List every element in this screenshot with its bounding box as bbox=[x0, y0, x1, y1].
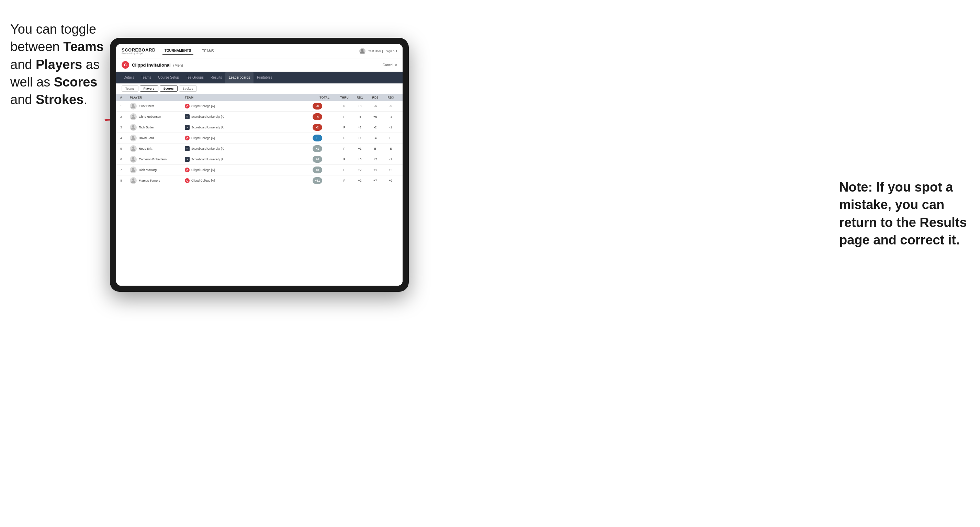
tabs-bar: Details Teams Course Setup Tee Groups Re… bbox=[116, 72, 402, 83]
filter-teams[interactable]: Teams bbox=[122, 86, 138, 92]
rd1: -5 bbox=[352, 115, 368, 119]
svg-point-3 bbox=[132, 115, 134, 117]
table-row: 4 David Ford C Clippd College [A] E F +1… bbox=[116, 133, 402, 143]
rd3: +6 bbox=[383, 168, 398, 171]
score-badge: +6 bbox=[313, 156, 322, 163]
player-name: Cameron Robertson bbox=[139, 157, 167, 161]
tournament-name: Clippd Invitational (Men) bbox=[132, 62, 183, 68]
thru: F bbox=[337, 157, 352, 161]
team-logo-c: C bbox=[185, 168, 189, 172]
player-avatar bbox=[130, 145, 137, 152]
score-badge: -8 bbox=[313, 103, 322, 110]
score-badge: -2 bbox=[313, 124, 322, 131]
table-row: 5 Rees Britt S Scoreboard University [A]… bbox=[116, 143, 402, 154]
player-name: David Ford bbox=[139, 136, 154, 140]
sign-out-link[interactable]: Sign out bbox=[386, 49, 397, 53]
table-row: 8 Marcus Turners C Clippd College [A] +1… bbox=[116, 175, 402, 186]
tab-leaderboards[interactable]: Leaderboards bbox=[225, 72, 253, 83]
team-cell: S Scoreboard University [A] bbox=[185, 157, 313, 162]
user-icon bbox=[359, 48, 366, 54]
filter-players[interactable]: Players bbox=[140, 86, 158, 92]
rank: 6 bbox=[120, 157, 130, 161]
team-name: Clippd College [A] bbox=[191, 136, 215, 140]
player-name-cell: Marcus Turners bbox=[130, 177, 185, 184]
thru: F bbox=[337, 115, 352, 119]
player-name: Blair McHarg bbox=[139, 168, 157, 171]
rd2: +2 bbox=[368, 157, 383, 161]
rd3: -1 bbox=[383, 125, 398, 129]
tab-course-setup[interactable]: Course Setup bbox=[154, 72, 182, 83]
total-score: +8 bbox=[313, 167, 337, 173]
table-row: 3 Rich Butler S Scoreboard University [A… bbox=[116, 122, 402, 133]
total-score: +6 bbox=[313, 156, 337, 163]
player-avatar bbox=[130, 156, 137, 163]
rd3: E bbox=[383, 147, 398, 150]
total-score: -8 bbox=[313, 103, 337, 110]
leaderboard-table: # PLAYER TEAM TOTAL THRU RD1 RD2 RD3 1 E… bbox=[116, 94, 402, 286]
nav-left: SCOREBOARD Powered by clippd TOURNAMENTS… bbox=[122, 48, 216, 55]
team-logo-c: C bbox=[185, 104, 189, 108]
player-avatar bbox=[130, 135, 137, 141]
player-name: Rich Butler bbox=[139, 125, 154, 129]
thru: F bbox=[337, 125, 352, 129]
rd3: -1 bbox=[383, 157, 398, 161]
team-name: Scoreboard University [A] bbox=[191, 157, 224, 161]
player-name-cell: Elliot Ebert bbox=[130, 103, 185, 110]
svg-point-7 bbox=[132, 157, 134, 159]
rd1: +1 bbox=[352, 136, 368, 140]
right-annotation: Note: If you spot a mistake, you can ret… bbox=[839, 179, 970, 249]
player-avatar bbox=[130, 177, 137, 184]
team-cell: C Clippd College [A] bbox=[185, 104, 313, 108]
svg-point-8 bbox=[132, 168, 134, 170]
table-header: # PLAYER TEAM TOTAL THRU RD1 RD2 RD3 bbox=[116, 94, 402, 101]
rank: 5 bbox=[120, 147, 130, 150]
rank: 2 bbox=[120, 115, 130, 119]
score-badge: +11 bbox=[313, 177, 322, 184]
rd2: +7 bbox=[368, 179, 383, 182]
player-name: Chris Robertson bbox=[139, 115, 161, 119]
rank: 8 bbox=[120, 179, 130, 182]
team-logo-s: S bbox=[185, 146, 189, 151]
score-badge: E bbox=[313, 135, 322, 141]
nav-tournaments[interactable]: TOURNAMENTS bbox=[162, 48, 193, 55]
thru: F bbox=[337, 179, 352, 182]
rank: 4 bbox=[120, 136, 130, 140]
player-avatar bbox=[130, 113, 137, 120]
rd3: +2 bbox=[383, 179, 398, 182]
team-name: Clippd College [A] bbox=[191, 104, 215, 108]
player-name: Rees Britt bbox=[139, 147, 153, 150]
team-cell: C Clippd College [A] bbox=[185, 168, 313, 172]
score-badge: +1 bbox=[313, 145, 322, 152]
rd3: +3 bbox=[383, 136, 398, 140]
svg-point-5 bbox=[132, 136, 134, 138]
tab-teams[interactable]: Teams bbox=[138, 72, 154, 83]
top-nav: SCOREBOARD Powered by clippd TOURNAMENTS… bbox=[116, 44, 402, 58]
table-body: 1 Elliot Ebert C Clippd College [A] -8 F… bbox=[116, 101, 402, 186]
nav-teams[interactable]: TEAMS bbox=[200, 48, 216, 54]
tab-printables[interactable]: Printables bbox=[253, 72, 275, 83]
rd3: -5 bbox=[383, 104, 398, 108]
team-cell: C Clippd College [A] bbox=[185, 178, 313, 183]
player-name-cell: Rich Butler bbox=[130, 124, 185, 131]
total-score: -4 bbox=[313, 113, 337, 120]
player-name-cell: Cameron Robertson bbox=[130, 156, 185, 163]
team-name: Clippd College [A] bbox=[191, 168, 215, 171]
tab-details[interactable]: Details bbox=[120, 72, 138, 83]
team-logo-s: S bbox=[185, 157, 189, 162]
cancel-button[interactable]: Cancel ✕ bbox=[383, 63, 397, 67]
team-logo-s: S bbox=[185, 114, 189, 119]
tab-tee-groups[interactable]: Tee Groups bbox=[182, 72, 207, 83]
rd2: +1 bbox=[368, 168, 383, 171]
rank: 3 bbox=[120, 125, 130, 129]
rd2: -6 bbox=[368, 104, 383, 108]
total-score: +1 bbox=[313, 145, 337, 152]
filter-scores[interactable]: Scores bbox=[160, 86, 178, 92]
player-avatar bbox=[130, 124, 137, 131]
tab-results[interactable]: Results bbox=[207, 72, 225, 83]
team-name: Scoreboard University [A] bbox=[191, 115, 224, 119]
rd3: -4 bbox=[383, 115, 398, 119]
team-logo-s: S bbox=[185, 125, 189, 130]
thru: F bbox=[337, 168, 352, 171]
team-cell: C Clippd College [A] bbox=[185, 136, 313, 140]
filter-strokes[interactable]: Strokes bbox=[179, 86, 197, 92]
